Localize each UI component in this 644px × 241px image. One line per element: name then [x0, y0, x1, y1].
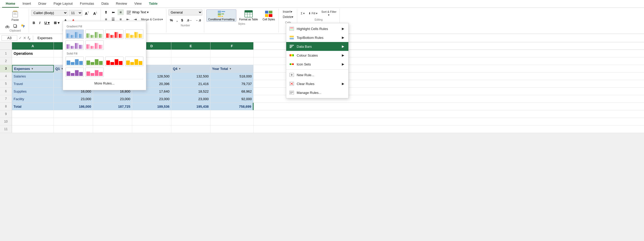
cell-e8[interactable]: 195,438 [171, 103, 210, 110]
swatch-gf-red[interactable] [105, 29, 124, 39]
tab-data[interactable]: Data [98, 0, 112, 8]
cell-d9[interactable] [132, 110, 171, 118]
cell-e7[interactable]: 23,000 [171, 95, 210, 103]
cell-styles-button[interactable]: Cell Styles [261, 9, 277, 22]
cell-a10[interactable] [12, 118, 54, 125]
insert-cells-button[interactable]: Insert ▾ [281, 9, 296, 14]
menu-data-bars[interactable]: Data Bars ▶ [286, 42, 348, 51]
cell-b10[interactable] [54, 118, 93, 125]
increase-font-button[interactable]: A↑ [83, 9, 91, 17]
cell-e1[interactable] [171, 50, 210, 57]
cell-a3[interactable]: Expenses ▼ [12, 65, 54, 72]
dropdown-e3[interactable]: ▼ [178, 67, 181, 70]
tab-formulas[interactable]: Formulas [76, 0, 98, 8]
percent-button[interactable]: % [168, 17, 175, 23]
dropdown-a3[interactable]: ▼ [31, 67, 34, 70]
cell-b7[interactable]: 23,000 [54, 95, 93, 103]
fill-button[interactable]: ⬇ Fill ▾ [307, 9, 319, 17]
cell-d10[interactable] [132, 118, 171, 125]
font-size-select[interactable]: 11 [69, 10, 82, 16]
align-top-button[interactable]: ⬆ [103, 9, 109, 15]
cell-f3[interactable]: Year Total ▼ [210, 65, 254, 72]
cell-d7[interactable]: 23,000 [132, 95, 171, 103]
cell-d8[interactable]: 189,536 [132, 103, 171, 110]
swatch-sf-blue[interactable] [66, 57, 84, 66]
swatch-sf-red[interactable] [105, 57, 124, 66]
swatch-sf-orange[interactable] [125, 57, 143, 66]
cell-c11[interactable] [93, 125, 132, 133]
col-header-a[interactable]: A [12, 42, 54, 50]
menu-highlight-cells[interactable]: Highlight Cells Rules ▶ [286, 24, 348, 33]
format-painter-button[interactable] [20, 23, 26, 29]
tab-review[interactable]: Review [112, 0, 131, 8]
swatch-gf-green[interactable] [85, 29, 104, 39]
cell-f10[interactable] [210, 118, 254, 125]
decrease-decimal-button[interactable]: ←.0 [194, 18, 202, 23]
cell-e5[interactable]: 21,416 [171, 80, 210, 87]
swatch-sf-purple[interactable] [66, 68, 84, 77]
cell-b8[interactable]: 186,000 [54, 103, 93, 110]
cell-a1[interactable]: Operations [12, 50, 54, 57]
format-as-table-button[interactable]: Format as Table [237, 9, 260, 22]
borders-button[interactable]: ⊞ ▾ [52, 20, 61, 26]
swatch-gf-pink[interactable] [85, 40, 104, 50]
cell-a5[interactable]: Travel [12, 80, 54, 87]
cell-c9[interactable] [93, 110, 132, 118]
cell-e9[interactable] [171, 110, 210, 118]
cell-f6[interactable]: 68,962 [210, 88, 254, 95]
menu-clear-rules[interactable]: Clear Rules ▶ [286, 79, 348, 88]
cell-f4[interactable]: 518,000 [210, 73, 254, 80]
increase-decimal-button[interactable]: .0→ [185, 18, 194, 23]
function-icon[interactable]: fx [28, 36, 30, 40]
cell-b11[interactable] [54, 125, 93, 133]
align-bottom-button[interactable]: ≡ [118, 9, 124, 15]
swatch-sf-pink[interactable] [85, 68, 104, 77]
italic-button[interactable]: I [38, 20, 42, 26]
cell-reference-input[interactable] [2, 35, 17, 41]
cell-f1[interactable] [210, 50, 254, 57]
cell-f7[interactable]: 92,000 [210, 95, 254, 103]
comma-button[interactable]: , [175, 17, 179, 23]
cell-a8[interactable]: Total [12, 103, 54, 110]
cell-c10[interactable] [93, 118, 132, 125]
tab-table[interactable]: Table [145, 0, 161, 8]
cell-d11[interactable] [132, 125, 171, 133]
bold-button[interactable]: B [31, 20, 37, 26]
cell-b9[interactable] [54, 110, 93, 118]
cell-a11[interactable] [12, 125, 54, 133]
swatch-gf-orange[interactable] [125, 29, 143, 39]
font-family-select[interactable]: Calibri (Body) [31, 10, 68, 16]
menu-new-rule[interactable]: New Rule... [286, 70, 348, 79]
sort-filter-button[interactable]: Sort & Filter ▾ [320, 9, 338, 17]
cut-button[interactable] [4, 23, 10, 29]
cell-e11[interactable] [171, 125, 210, 133]
cell-a7[interactable]: Facility [12, 95, 54, 103]
tab-insert[interactable]: Insert [19, 0, 35, 8]
cell-a4[interactable]: Salaries [12, 73, 54, 80]
menu-colour-scales[interactable]: Colour Scales ▶ [286, 51, 348, 60]
col-header-e[interactable]: E [171, 42, 210, 50]
swatch-gf-purple[interactable] [66, 40, 84, 50]
accounting-button[interactable]: $ [180, 17, 185, 23]
tab-draw[interactable]: Draw [35, 0, 50, 8]
number-format-select[interactable]: General [168, 9, 202, 15]
tab-home[interactable]: Home [2, 0, 19, 8]
wrap-text-button[interactable]: Wrap Text ▾ [125, 9, 150, 15]
cell-a2[interactable] [12, 57, 54, 65]
cell-a9[interactable] [12, 110, 54, 118]
menu-top-bottom[interactable]: Top/Bottom Rules ▶ [286, 33, 348, 42]
cell-e4[interactable]: 132,500 [171, 73, 210, 80]
cell-e3[interactable]: Q4 ▼ [171, 65, 210, 72]
autosum-button[interactable]: Σ ▾ [299, 9, 306, 17]
col-header-f[interactable]: F [210, 42, 254, 50]
cell-f2[interactable] [210, 57, 254, 65]
dropdown-f3[interactable]: ▼ [229, 67, 232, 70]
swatch-sf-green[interactable] [85, 57, 104, 66]
cell-e6[interactable]: 18,522 [171, 88, 210, 95]
cell-c8[interactable]: 187,725 [93, 103, 132, 110]
cell-a6[interactable]: Supplies [12, 88, 54, 95]
cell-e2[interactable] [171, 57, 210, 65]
cell-e10[interactable] [171, 118, 210, 125]
conditional-formatting-button[interactable]: Conditional Formatting [206, 9, 236, 22]
cell-f9[interactable] [210, 110, 254, 118]
